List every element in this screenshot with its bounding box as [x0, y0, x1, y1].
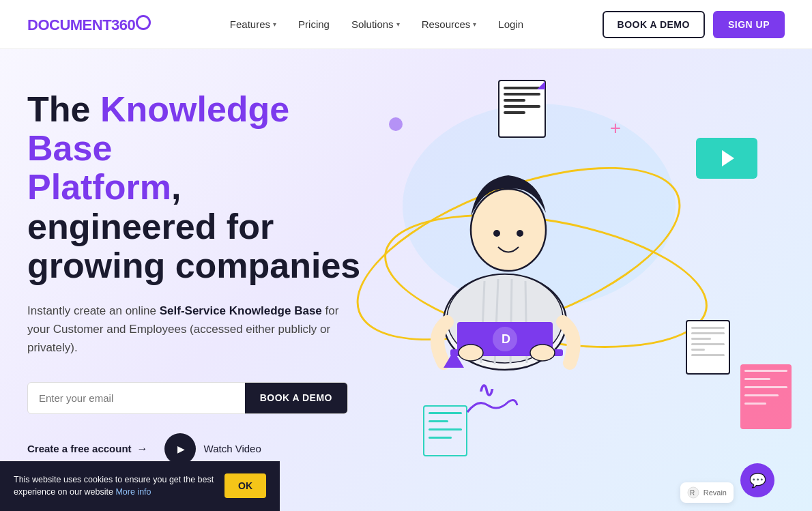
floating-doc-card-4 — [423, 405, 467, 456]
create-account-link[interactable]: Create a free account → — [27, 443, 148, 455]
svg-point-7 — [493, 230, 500, 237]
doc-line — [504, 105, 540, 108]
revain-badge: R Revain — [680, 482, 734, 503]
logo[interactable]: DOCUMENT360 — [27, 15, 151, 34]
nav-item-resources[interactable]: Resources ▾ — [422, 18, 477, 30]
floating-doc-card-2 — [686, 320, 730, 375]
hero-cta: Create a free account → ▶ Watch Video — [27, 433, 362, 465]
chevron-down-icon: ▾ — [473, 20, 476, 28]
play-button-circle: ▶ — [164, 433, 196, 465]
sign-up-button[interactable]: SIGN UP — [713, 11, 785, 38]
floating-doc-card-3 — [740, 364, 792, 429]
person-illustration: D — [396, 117, 614, 404]
chat-bubble[interactable]: 💬 — [740, 463, 774, 497]
chevron-down-icon: ▾ — [396, 20, 400, 28]
chevron-down-icon: ▾ — [273, 20, 276, 28]
hero-content: The Knowledge Base Platform, engineered … — [0, 49, 389, 511]
doc-line — [504, 99, 525, 102]
email-form: BOOK A DEMO — [27, 382, 348, 414]
logo-text: DOCUMENT360 — [27, 15, 151, 34]
play-icon — [722, 150, 734, 166]
nav-item-login[interactable]: Login — [498, 18, 523, 30]
nav-links: Features ▾ Pricing Solutions ▾ Resources… — [230, 18, 523, 30]
cookie-text: This website uses cookies to ensure you … — [14, 473, 216, 499]
cookie-ok-button[interactable]: OK — [224, 473, 266, 498]
chat-icon: 💬 — [749, 472, 766, 488]
navbar: DOCUMENT360 Features ▾ Pricing Solutions… — [0, 0, 812, 49]
book-demo-button[interactable]: BOOK A DEMO — [603, 11, 705, 38]
doc-line — [504, 111, 525, 114]
book-demo-form-button[interactable]: BOOK A DEMO — [245, 383, 347, 413]
nav-item-pricing[interactable]: Pricing — [298, 18, 330, 30]
nav-actions: BOOK A DEMO SIGN UP — [603, 11, 785, 38]
triangle-decoration — [444, 351, 464, 368]
revain-logo-icon: R — [687, 486, 699, 499]
arrow-right-icon: → — [137, 443, 148, 455]
wavy-decoration — [464, 395, 519, 415]
svg-point-6 — [471, 189, 546, 271]
nav-item-solutions[interactable]: Solutions ▾ — [351, 18, 400, 30]
doc-line — [504, 93, 540, 96]
svg-point-14 — [530, 345, 555, 361]
revain-label: Revain — [704, 488, 727, 497]
hero-title: The Knowledge Base Platform, engineered … — [27, 90, 362, 285]
svg-point-8 — [517, 230, 523, 237]
hero-illustration: + — [368, 49, 812, 511]
doc-line — [504, 87, 540, 89]
svg-text:R: R — [690, 489, 695, 497]
cookie-banner: This website uses cookies to ensure you … — [0, 461, 280, 512]
nav-item-features[interactable]: Features ▾ — [230, 18, 276, 30]
svg-text:D: D — [502, 332, 510, 346]
video-thumbnail[interactable] — [696, 138, 757, 179]
email-input[interactable] — [28, 383, 245, 413]
hero-section: The Knowledge Base Platform, engineered … — [0, 49, 812, 511]
play-icon: ▶ — [177, 443, 185, 454]
watch-video-button[interactable]: ▶ Watch Video — [164, 433, 261, 465]
hero-subtitle: Instantly create an online Self-Service … — [27, 302, 362, 357]
more-info-link[interactable]: More info — [115, 487, 151, 497]
doc-fold — [537, 81, 545, 89]
